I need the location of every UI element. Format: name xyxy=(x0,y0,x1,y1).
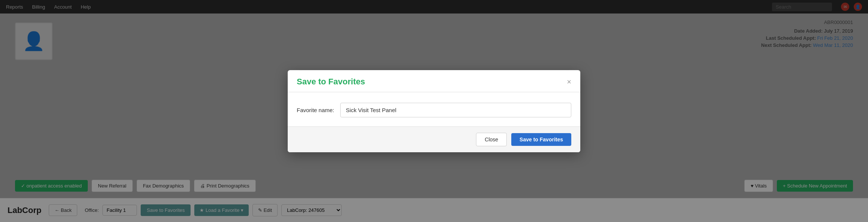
modal-close-button[interactable]: × xyxy=(567,78,571,86)
modal-close-cancel-button[interactable]: Close xyxy=(476,133,507,146)
favorite-name-input[interactable] xyxy=(340,103,571,117)
save-to-favorites-modal: Save to Favorites × Favorite name: Close… xyxy=(288,70,580,152)
modal-title: Save to Favorites xyxy=(297,77,365,87)
modal-footer: Close Save to Favorites xyxy=(288,126,580,152)
modal-save-button[interactable]: Save to Favorites xyxy=(511,133,571,146)
modal-header: Save to Favorites × xyxy=(288,70,580,92)
modal-overlay: Save to Favorites × Favorite name: Close… xyxy=(0,0,868,222)
modal-body: Favorite name: xyxy=(288,92,580,126)
favorite-name-label: Favorite name: xyxy=(297,107,334,113)
